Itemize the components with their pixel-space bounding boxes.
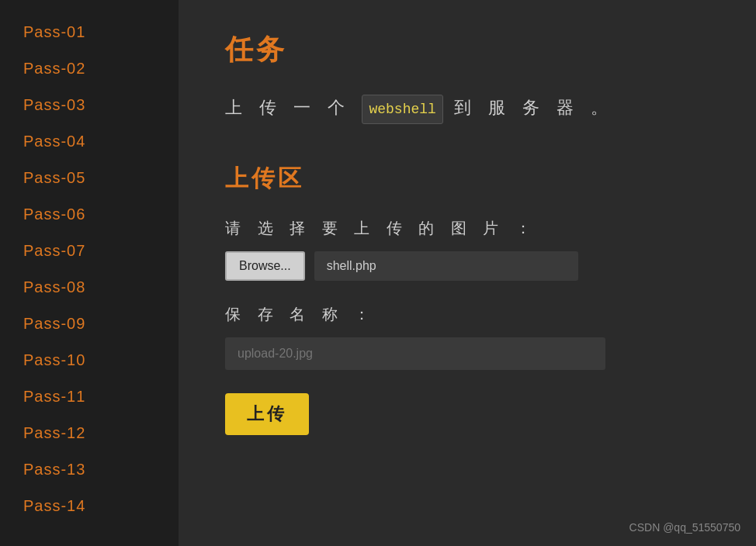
sidebar-item-pass-07[interactable]: Pass-07 <box>0 234 179 268</box>
sidebar: Pass-01 Pass-02 Pass-03 Pass-04 Pass-05 … <box>0 0 179 546</box>
file-input-row: Browse... shell.php <box>225 251 709 281</box>
save-name-input[interactable] <box>225 337 605 370</box>
sidebar-item-pass-12[interactable]: Pass-12 <box>0 416 179 450</box>
save-name-label: 保 存 名 称 ： <box>225 304 709 325</box>
select-file-label: 请 选 择 要 上 传 的 图 片 ： <box>225 218 709 239</box>
sidebar-item-pass-10[interactable]: Pass-10 <box>0 344 179 377</box>
sidebar-item-pass-01[interactable]: Pass-01 <box>0 16 179 49</box>
upload-section-title: 上传区 <box>225 163 709 195</box>
sidebar-item-pass-04[interactable]: Pass-04 <box>0 125 179 158</box>
sidebar-item-pass-03[interactable]: Pass-03 <box>0 88 179 122</box>
webshell-badge: webshell <box>362 95 442 124</box>
task-desc-before: 上 传 一 个 <box>225 98 351 117</box>
sidebar-item-pass-06[interactable]: Pass-06 <box>0 198 179 231</box>
browse-button[interactable]: Browse... <box>225 251 305 281</box>
sidebar-item-pass-14[interactable]: Pass-14 <box>0 489 179 523</box>
sidebar-item-pass-13[interactable]: Pass-13 <box>0 453 179 486</box>
sidebar-item-pass-08[interactable]: Pass-08 <box>0 271 179 304</box>
sidebar-item-pass-05[interactable]: Pass-05 <box>0 161 179 195</box>
watermark: CSDN @qq_51550750 <box>629 521 740 534</box>
sidebar-item-pass-02[interactable]: Pass-02 <box>0 52 179 85</box>
task-desc-after: 到 服 务 器 。 <box>454 98 614 117</box>
upload-button[interactable]: 上传 <box>225 393 309 435</box>
sidebar-item-pass-09[interactable]: Pass-09 <box>0 307 179 340</box>
file-name-display: shell.php <box>314 251 578 281</box>
sidebar-item-pass-11[interactable]: Pass-11 <box>0 380 179 413</box>
task-description: 上 传 一 个 webshell 到 服 务 器 。 <box>225 92 709 124</box>
main-content: 任务 上 传 一 个 webshell 到 服 务 器 。 上传区 请 选 择 … <box>179 0 756 546</box>
task-title: 任务 <box>225 31 709 69</box>
